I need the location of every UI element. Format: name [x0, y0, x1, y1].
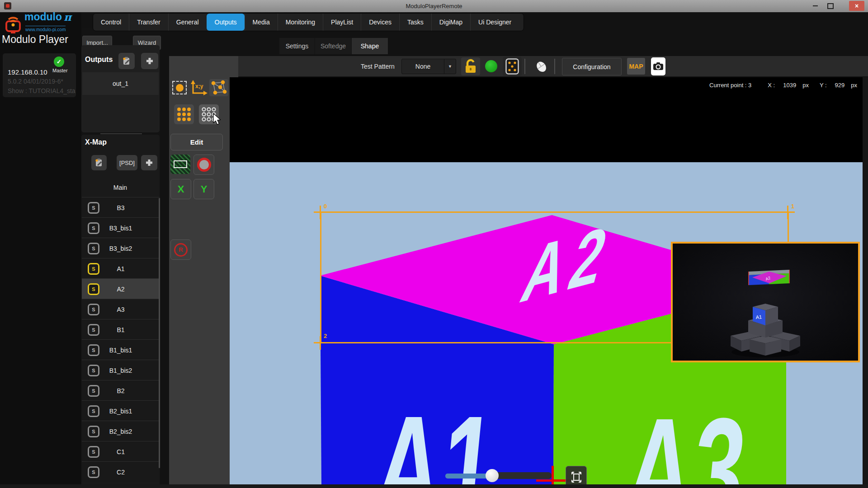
status-green-indicator — [485, 60, 497, 72]
tab-softedge[interactable]: Softedge — [315, 38, 351, 54]
configuration-button[interactable]: Configuration — [562, 58, 622, 75]
brand-url[interactable]: www.modulo-pi.com — [25, 26, 66, 32]
mouse-cursor — [212, 113, 222, 126]
dashed-selection-icon — [172, 81, 187, 94]
tab-general[interactable]: General — [168, 14, 207, 31]
outputs-wizard-button[interactable] — [118, 53, 135, 69]
xmap-item-main[interactable]: Main — [81, 178, 159, 197]
tab-settings[interactable]: Settings — [279, 38, 315, 54]
xmap-row-b3bis1[interactable]: SB3_bis1 — [82, 217, 160, 238]
face-label-a1: A1 — [367, 385, 502, 484]
brand-name: modulo π — [24, 11, 71, 23]
selection-edge-left[interactable] — [320, 211, 321, 343]
tab-tasks[interactable]: Tasks — [399, 14, 431, 31]
outputs-title: Outputs — [85, 56, 113, 64]
mesh-warp-tool[interactable] — [209, 79, 228, 96]
xmap-item-label: B2 — [82, 387, 160, 394]
xmap-row-b1bis2[interactable]: SB1_bis2 — [82, 360, 160, 380]
xy-axes-icon: x;y — [190, 80, 208, 96]
inset-cube-label: A1 — [755, 314, 762, 320]
close-button[interactable]: × — [849, 1, 864, 11]
map-button[interactable]: MAP — [627, 58, 645, 75]
calibration-panel-button[interactable] — [503, 57, 522, 76]
xmap-item-label: B1 — [82, 326, 160, 333]
xmap-row-b3[interactable]: SB3 — [82, 197, 160, 218]
xmap-item-label: B1_bis2 — [82, 367, 160, 374]
xmap-row-a3[interactable]: SA3 — [82, 299, 160, 319]
add-output-button[interactable] — [141, 53, 158, 69]
x-unit: px — [802, 82, 809, 89]
fit-view-button[interactable] — [566, 466, 587, 484]
camera-preview-inset[interactable]: A2 A1 — [671, 242, 860, 362]
point-label-1: 1 — [791, 203, 794, 210]
test-pattern-dropdown[interactable]: None ▼ — [401, 59, 456, 74]
xmap-row-c2[interactable]: SC2 — [82, 461, 160, 482]
selection-edge-top[interactable] — [320, 211, 789, 213]
add-xmap-button[interactable] — [141, 155, 157, 170]
wizard-clipboard-icon — [94, 158, 104, 167]
xmap-row-b2[interactable]: SB2 — [82, 380, 160, 401]
tab-outputs[interactable]: Outputs — [207, 14, 245, 31]
title-bar[interactable]: ModuloPlayerRemote × — [0, 0, 868, 12]
xmap-row-a2-selected[interactable]: SA2 — [82, 278, 160, 299]
point-select-tool[interactable] — [170, 79, 189, 96]
point-status-bar: Current point : 3 X : 1039 px Y : 929 px — [709, 82, 857, 89]
zoom-slider-track-right[interactable] — [491, 472, 552, 479]
tab-monitoring[interactable]: Monitoring — [278, 14, 323, 31]
edit-button[interactable]: Edit — [170, 134, 223, 150]
modulo-logo-icon — [3, 14, 24, 34]
xmap-item-label: B2_bis1 — [82, 408, 160, 415]
point-label-2: 2 — [324, 333, 327, 339]
xmap-row-b3bis2[interactable]: SB3_bis2 — [82, 238, 160, 258]
mouse-icon — [535, 60, 547, 73]
grid-filled-dots-icon — [176, 107, 192, 122]
xmap-scrollbar[interactable] — [159, 198, 160, 468]
shape-rect-button[interactable] — [170, 155, 190, 174]
tab-control[interactable]: Control — [93, 14, 129, 31]
snapshot-button[interactable] — [651, 57, 665, 75]
expand-icon — [571, 470, 582, 484]
tab-devices[interactable]: Devices — [361, 14, 399, 31]
tab-transfer[interactable]: Transfer — [129, 14, 168, 31]
xmap-row-c1[interactable]: SC1 — [82, 441, 160, 462]
grid-dense-button[interactable] — [174, 104, 194, 124]
panel-divider — [100, 133, 142, 134]
reset-button[interactable]: R — [170, 239, 191, 260]
lock-button[interactable] — [461, 57, 480, 75]
shape-edit-canvas[interactable]: Current point : 3 X : 1039 px Y : 929 px… — [230, 77, 863, 484]
brand-text: modulo — [24, 11, 62, 23]
tab-media[interactable]: Media — [245, 14, 278, 31]
psd-import-button[interactable]: [PSD] — [117, 155, 137, 170]
calibration-points-icon — [505, 58, 519, 75]
point-dot-icon — [176, 84, 184, 92]
master-check-icon: ✓ — [54, 56, 64, 67]
xmap-row-a1[interactable]: SA1 — [82, 258, 160, 279]
mouse-mode-button[interactable] — [531, 57, 551, 76]
y-value: 929 — [835, 82, 845, 89]
zoom-slider-knob[interactable] — [486, 469, 499, 482]
bottom-edge-strip — [0, 484, 868, 488]
x-axis-button[interactable]: X — [170, 179, 191, 199]
tab-digimap[interactable]: DigiMap — [431, 14, 470, 31]
xmap-wizard-button[interactable] — [91, 155, 107, 170]
minimize-button[interactable] — [808, 1, 822, 11]
tab-shape[interactable]: Shape — [352, 38, 388, 54]
tab-ui-designer[interactable]: Ui Designer — [470, 14, 519, 31]
reset-ring-icon: R — [174, 243, 188, 257]
main-menu-bar: Control Transfer General Outputs Media M… — [93, 13, 524, 31]
shape-circle-button[interactable] — [193, 155, 214, 175]
server-show: Show : TUTORIAL4_sta — [8, 87, 75, 94]
server-card[interactable]: ✓ Master 192.168.0.10 5.0.2 04/01/2019-6… — [3, 53, 76, 97]
xmap-row-b1bis1[interactable]: SB1_bis1 — [82, 339, 160, 360]
tab-playlist[interactable]: PlayList — [323, 14, 361, 31]
xmap-row-b2bis2[interactable]: SB2_bis2 — [82, 421, 160, 441]
xmap-item-label: B3_bis1 — [82, 225, 160, 232]
rectangle-icon — [174, 160, 187, 168]
y-axis-button[interactable]: Y — [193, 179, 214, 199]
restore-button[interactable] — [824, 1, 837, 11]
server-role: Master — [52, 68, 68, 73]
xmap-row-b2bis1[interactable]: SB2_bis1 — [82, 400, 160, 421]
xy-coordinates-tool[interactable]: x;y — [189, 79, 208, 96]
xmap-row-b1[interactable]: SB1 — [82, 319, 160, 340]
output-item-out1[interactable]: out_1 — [82, 72, 159, 95]
